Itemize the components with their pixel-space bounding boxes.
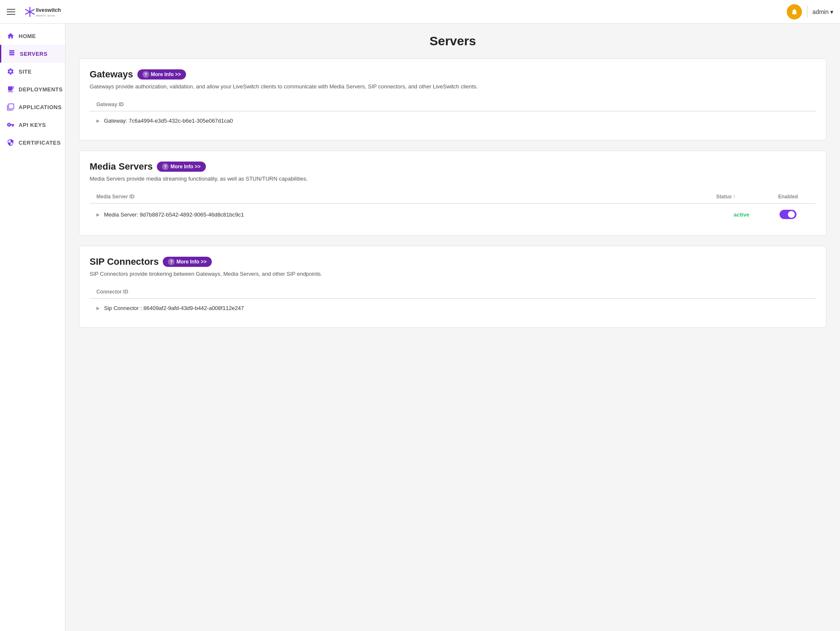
sidebar-item-site[interactable]: SITE <box>0 63 65 80</box>
expand-arrow-icon-ms: ▶ <box>96 212 100 217</box>
sidebar-item-api-keys[interactable]: API KEYS <box>0 116 65 134</box>
bell-icon[interactable] <box>787 4 802 19</box>
topnav-left: liveswitch WebRTC Server <box>7 3 81 20</box>
sidebar-item-deployments[interactable]: DEPLOYMENTS <box>0 80 65 98</box>
media-servers-more-info-button[interactable]: ? More Info >> <box>157 162 205 172</box>
sidebar-item-certificates[interactable]: CERTIFICATES <box>0 134 65 151</box>
admin-label-text: admin <box>813 8 829 15</box>
applications-icon <box>7 103 14 111</box>
site-icon <box>7 68 14 75</box>
topnav-right: admin ▾ <box>787 4 833 19</box>
gateways-table-header: Gateway ID <box>90 98 816 111</box>
servers-icon <box>8 50 16 58</box>
question-icon-sip: ? <box>168 258 175 265</box>
svg-text:WebRTC Server: WebRTC Server <box>36 14 55 16</box>
sip-connectors-table-header: Connector ID <box>90 285 816 299</box>
status-cell: active <box>716 211 767 218</box>
sidebar-label-site: SITE <box>19 69 32 75</box>
app-body: HOME SERVERS SITE DEPLOYMENTS <box>0 24 840 631</box>
connector-id-header: Connector ID <box>96 289 809 295</box>
gateway-id-cell: Gateway: 7c6a4994-e3d5-432c-b6e1-305e067… <box>104 118 809 124</box>
sip-connectors-card: SIP Connectors ? More Info >> SIP Connec… <box>79 246 826 328</box>
gateways-card: Gateways ? More Info >> Gateways provide… <box>79 58 826 140</box>
gateways-more-info-button[interactable]: ? More Info >> <box>137 69 186 80</box>
media-servers-table-header: Media Server ID Status ↑ Enabled <box>90 190 816 203</box>
media-server-id-header: Media Server ID <box>96 194 716 200</box>
media-servers-card: Media Servers ? More Info >> Media Serve… <box>79 151 826 236</box>
sidebar-label-servers: SERVERS <box>20 51 47 57</box>
media-servers-more-info-label: More Info >> <box>170 164 200 170</box>
table-row[interactable]: ▶ Media Server: 9d7b8872-b542-4892-9065-… <box>90 203 816 225</box>
home-icon <box>7 32 14 40</box>
sip-connectors-more-info-button[interactable]: ? More Info >> <box>163 257 211 267</box>
sidebar-label-api-keys: API KEYS <box>19 122 46 128</box>
enabled-cell <box>767 210 809 219</box>
hamburger-icon[interactable] <box>7 9 15 15</box>
enabled-header: Enabled <box>767 194 809 200</box>
gateways-title: Gateways <box>90 69 133 80</box>
chevron-down-icon: ▾ <box>830 8 833 15</box>
deployments-icon <box>7 85 14 93</box>
sort-icon: ↑ <box>733 194 736 200</box>
sidebar-label-certificates: CERTIFICATES <box>19 140 61 146</box>
toggle-slider <box>780 210 796 219</box>
expand-arrow-icon: ▶ <box>96 118 100 123</box>
gateway-id-header: Gateway ID <box>96 102 809 107</box>
certificates-icon <box>7 139 14 146</box>
gateways-more-info-label: More Info >> <box>151 71 181 77</box>
table-row[interactable]: ▶ Gateway: 7c6a4994-e3d5-432c-b6e1-305e0… <box>90 111 816 130</box>
api-keys-icon <box>7 121 14 129</box>
sidebar: HOME SERVERS SITE DEPLOYMENTS <box>0 24 66 631</box>
gateways-description: Gateways provide authorization, validati… <box>90 83 816 90</box>
sidebar-label-applications: APPLICATIONS <box>19 104 62 110</box>
sidebar-label-home: HOME <box>19 33 36 39</box>
page-title: Servers <box>79 34 826 48</box>
media-servers-header: Media Servers ? More Info >> <box>90 161 816 172</box>
media-server-id-cell: Media Server: 9d7b8872-b542-4892-9065-46… <box>104 211 716 218</box>
media-servers-title: Media Servers <box>90 161 153 172</box>
sip-connector-id-cell: Sip Connector : 86409af2-9afd-43d9-b442-… <box>104 305 809 311</box>
logo-area: liveswitch WebRTC Server <box>22 3 81 20</box>
status-header: Status ↑ <box>716 194 767 200</box>
topnav-divider <box>807 6 807 18</box>
question-icon: ? <box>142 71 149 78</box>
expand-arrow-icon-sip: ▶ <box>96 306 100 310</box>
question-icon-ms: ? <box>162 163 169 170</box>
sip-connectors-description: SIP Connectors provide brokering between… <box>90 271 816 277</box>
enabled-toggle[interactable] <box>780 210 796 219</box>
sip-connectors-title: SIP Connectors <box>90 256 159 267</box>
status-active-text: active <box>734 211 750 218</box>
admin-user-menu[interactable]: admin ▾ <box>813 8 833 15</box>
topnav: liveswitch WebRTC Server admin ▾ <box>0 0 840 24</box>
sidebar-label-deployments: DEPLOYMENTS <box>19 86 63 93</box>
sidebar-item-home[interactable]: HOME <box>0 27 65 45</box>
table-row[interactable]: ▶ Sip Connector : 86409af2-9afd-43d9-b44… <box>90 299 816 317</box>
sidebar-item-applications[interactable]: APPLICATIONS <box>0 98 65 116</box>
sip-connectors-header: SIP Connectors ? More Info >> <box>90 256 816 267</box>
logo-svg: liveswitch WebRTC Server <box>22 3 81 20</box>
gateways-header: Gateways ? More Info >> <box>90 69 816 80</box>
sip-connectors-more-info-label: More Info >> <box>176 259 206 265</box>
main-content: Servers Gateways ? More Info >> Gateways… <box>66 24 840 631</box>
svg-text:liveswitch: liveswitch <box>36 7 61 13</box>
sidebar-item-servers[interactable]: SERVERS <box>0 45 65 63</box>
media-servers-description: Media Servers provide media streaming fu… <box>90 176 816 182</box>
